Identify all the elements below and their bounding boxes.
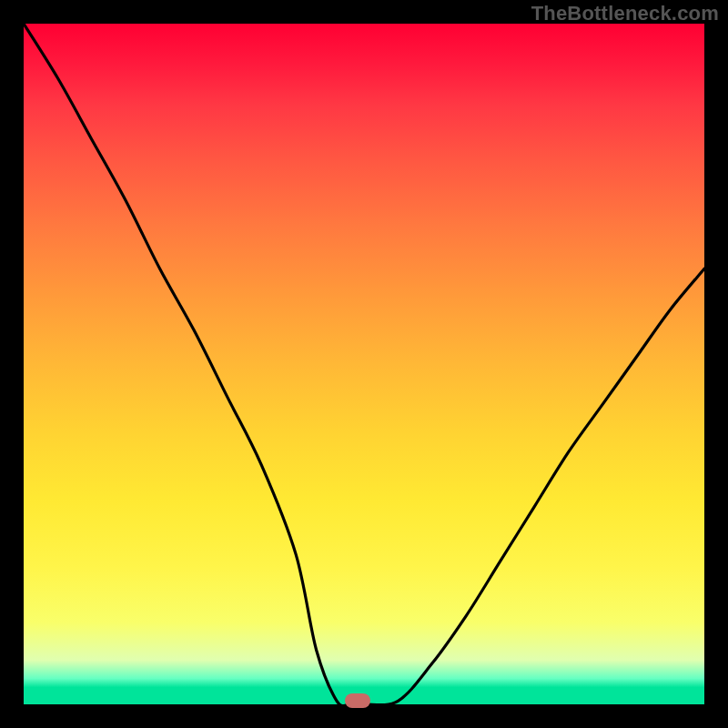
attribution-text: TheBottleneck.com [531, 2, 719, 25]
chart-frame [24, 24, 704, 704]
bottleneck-curve [24, 24, 704, 704]
optimum-marker [345, 693, 370, 708]
